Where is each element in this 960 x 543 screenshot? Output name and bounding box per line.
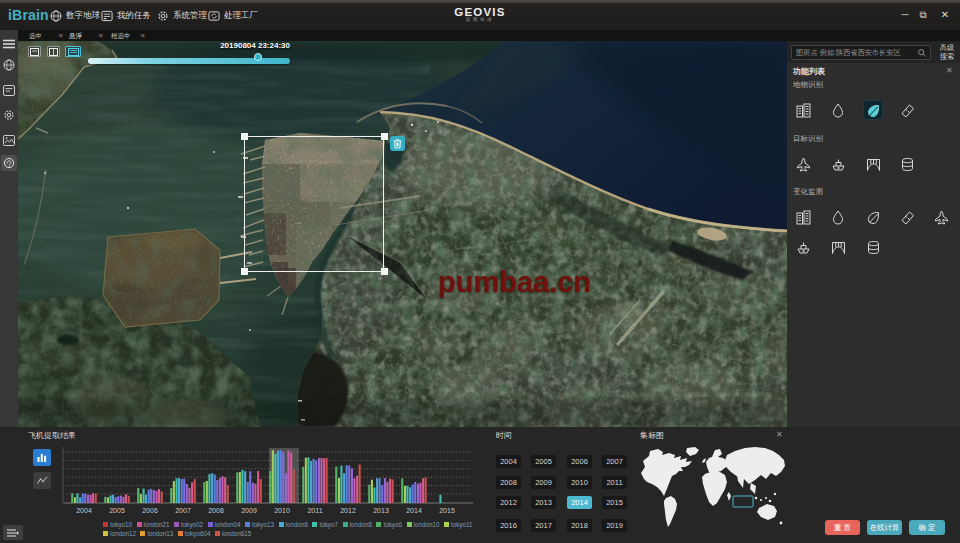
svg-text:2012: 2012 [340, 507, 356, 514]
svg-text:2015: 2015 [439, 507, 455, 514]
svg-text:2010: 2010 [274, 507, 290, 514]
svg-text:2009: 2009 [241, 507, 257, 514]
svg-text:2011: 2011 [307, 507, 322, 514]
svg-text:2007: 2007 [175, 507, 191, 514]
svg-text:2008: 2008 [208, 507, 224, 514]
svg-text:2013: 2013 [373, 507, 389, 514]
svg-text:2014: 2014 [406, 507, 422, 514]
svg-text:2004: 2004 [76, 507, 92, 514]
svg-text:2005: 2005 [109, 507, 125, 514]
svg-text:2006: 2006 [142, 507, 158, 514]
